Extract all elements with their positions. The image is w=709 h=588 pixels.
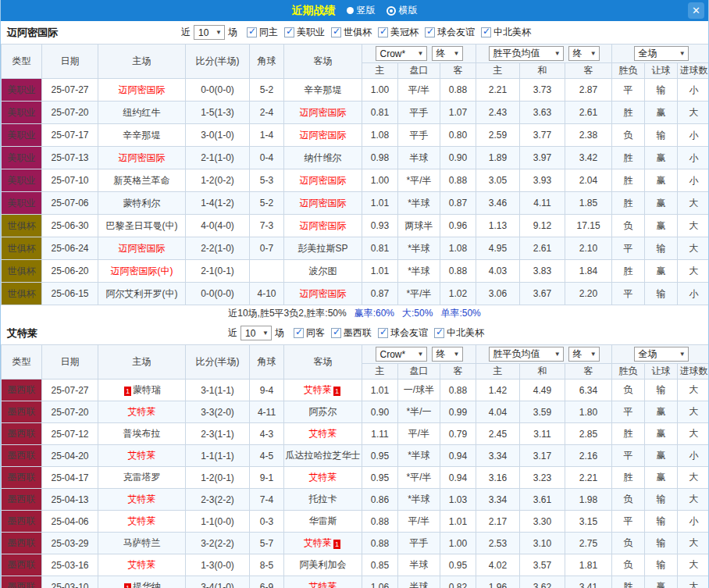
- avg-home-odds: 2.17: [476, 511, 520, 533]
- scope-select[interactable]: 全场▼: [634, 46, 689, 61]
- avg-odds-select[interactable]: 胜平负均值▼: [489, 46, 564, 61]
- result-badge: 平: [612, 283, 645, 305]
- handicap-line: 半球: [398, 554, 440, 576]
- avg-away-odds: 2.61: [565, 102, 612, 124]
- corner-score: 5-3: [250, 169, 284, 192]
- avg-draw-odds: 3.61: [520, 489, 565, 511]
- avg-draw-odds: 3.57: [520, 554, 565, 576]
- filter-checkbox[interactable]: 中北美杯: [434, 326, 484, 340]
- goals-result: 大: [678, 260, 709, 283]
- home-red-card-icon: 1: [124, 583, 131, 588]
- filter-checkbox[interactable]: 中北美杯: [481, 26, 531, 39]
- odds-company-select[interactable]: Crow*▼: [376, 347, 427, 362]
- col-odds-home: 主: [362, 364, 398, 380]
- avg-home-odds: 4.03: [476, 260, 520, 283]
- avg-home-odds: 2.45: [476, 423, 520, 445]
- col-score: 比分(半场): [186, 345, 250, 380]
- match-row: 墨西联 25-07-12 1普埃布拉 2-3(1-1) 4-3 艾特莱1 1.1…: [2, 423, 709, 445]
- goals-result: 大: [678, 237, 709, 260]
- match-score: 2-1(0-1): [186, 260, 250, 283]
- checkbox-label: 中北美杯: [493, 26, 531, 39]
- corner-score: 4-3: [250, 423, 284, 445]
- match-date: 25-07-06: [42, 192, 98, 215]
- checkmark-icon: [284, 27, 294, 37]
- away-team: 艾特莱: [309, 428, 337, 439]
- handicap-home-odds: 1.08: [362, 124, 398, 147]
- avg-stage-select[interactable]: 终▼: [568, 46, 600, 61]
- radio-horizontal-layout[interactable]: 横版: [387, 4, 418, 17]
- match-row: 美职业 25-07-27 1迈阿密国际 0-0(0-0) 5-2 辛辛那堤1 1…: [2, 79, 709, 102]
- handicap-result: 赢: [645, 215, 678, 237]
- home-team-cell: 1普埃布拉: [98, 423, 186, 445]
- avg-odds-value: 胜平负均值: [493, 347, 540, 361]
- avg-odds-select[interactable]: 胜平负均值▼: [489, 347, 564, 362]
- away-team-cell: 艾特莱1: [284, 533, 362, 554]
- handicap-line: 平/半: [398, 79, 440, 102]
- handicap-home-odds: 1.11: [362, 423, 398, 445]
- avg-home-odds: 3.06: [476, 283, 520, 305]
- filter-bar: 迈阿密国际 近 10▼ 场 同主美职业世俱杯美冠杯球会友谊中北美杯: [1, 21, 708, 44]
- handicap-home-odds: 0.88: [362, 511, 398, 533]
- match-score: 2-2(1-0): [186, 237, 250, 260]
- filter-checkbox[interactable]: 球会友谊: [378, 326, 428, 340]
- match-row: 世俱杯 25-06-15 1阿尔艾利开罗(中) 0-0(0-0) 4-10 迈阿…: [2, 283, 709, 305]
- result-badge: 负: [612, 554, 645, 576]
- filter-checkbox[interactable]: 同客: [294, 326, 325, 340]
- handicap-line: 平/半: [398, 423, 440, 445]
- avg-away-odds: 2.75: [565, 533, 612, 554]
- checkbox-label: 世俱杯: [344, 26, 372, 39]
- avg-home-odds: 4.95: [476, 237, 520, 260]
- league-badge: 世俱杯: [2, 215, 42, 237]
- league-badge: 墨西联: [2, 380, 42, 401]
- match-count-select[interactable]: 10▼: [194, 25, 225, 40]
- close-button[interactable]: ✕: [688, 2, 704, 19]
- league-badge: 墨西联: [2, 511, 42, 533]
- match-score: 1-1(0-0): [186, 511, 250, 533]
- filter-checkbox[interactable]: 美职业: [284, 26, 325, 39]
- away-team-cell: 迈阿密国际1: [284, 124, 362, 147]
- odds-company-value: Crow*: [380, 349, 406, 360]
- avg-draw-odds: 3.67: [520, 283, 565, 305]
- odds-stage-select[interactable]: 终▼: [432, 46, 463, 61]
- col-goals: 进球数: [678, 63, 709, 79]
- result-badge: 胜: [612, 423, 645, 445]
- avg-stage-select[interactable]: 终▼: [568, 347, 600, 362]
- league-badge: 墨西联: [2, 576, 42, 588]
- result-badge: 负: [612, 533, 645, 554]
- home-team: 艾特莱: [128, 406, 156, 417]
- filter-checkbox[interactable]: 墨西联: [331, 326, 372, 340]
- scope-select[interactable]: 全场▼: [634, 347, 689, 362]
- filter-checkbox[interactable]: 球会友谊: [425, 26, 475, 39]
- filter-checkbox[interactable]: 世俱杯: [331, 26, 372, 39]
- result-badge: 胜: [612, 260, 645, 283]
- radio-vertical-layout[interactable]: 竖版: [347, 4, 376, 17]
- home-team-cell: 1蒙特瑞: [98, 380, 186, 401]
- avg-away-odds: 1.98: [565, 489, 612, 511]
- avg-home-odds: 3.34: [476, 489, 520, 511]
- filter-checkbox[interactable]: 美冠杯: [378, 26, 419, 39]
- odds-company-select[interactable]: Crow*▼: [376, 46, 427, 61]
- match-date: 25-04-13: [42, 489, 98, 511]
- radio-label: 横版: [399, 4, 418, 17]
- handicap-line: 平/半: [398, 511, 440, 533]
- league-badge: 世俱杯: [2, 237, 42, 260]
- col-avg-away: 客: [565, 364, 612, 380]
- corner-score: 4-11: [250, 401, 284, 423]
- col-handicap-result: 让球: [645, 364, 678, 380]
- handicap-line: 半球: [398, 576, 440, 588]
- match-row: 墨西联 25-04-20 1艾特莱 1-1(1-1) 4-5 瓜达拉哈拉芝华士1…: [2, 445, 709, 467]
- result-badge: 胜: [612, 576, 645, 588]
- home-team: 纽约红牛: [123, 107, 161, 118]
- near-label: 近: [228, 326, 237, 340]
- away-team: 迈阿密国际: [300, 198, 347, 208]
- match-row: 世俱杯 25-06-20 1迈阿密国际(中) 2-1(0-1) 波尔图1 1.0…: [2, 260, 709, 283]
- summary-part: 近10场,胜5平3负2,胜率:50%: [228, 308, 346, 319]
- avg-odds-header: 胜平负均值▼ 终▼: [476, 345, 612, 364]
- home-red-card-icon: 1: [124, 387, 131, 396]
- filter-checkbox[interactable]: 同主: [247, 26, 278, 39]
- odds-stage-select[interactable]: 终▼: [432, 347, 463, 362]
- away-team-cell: 迈阿密国际1: [284, 169, 362, 192]
- match-count-select[interactable]: 10▼: [240, 326, 272, 340]
- home-team-cell: 1新英格兰革命: [98, 169, 186, 192]
- away-team-cell: 艾特莱1: [284, 576, 362, 588]
